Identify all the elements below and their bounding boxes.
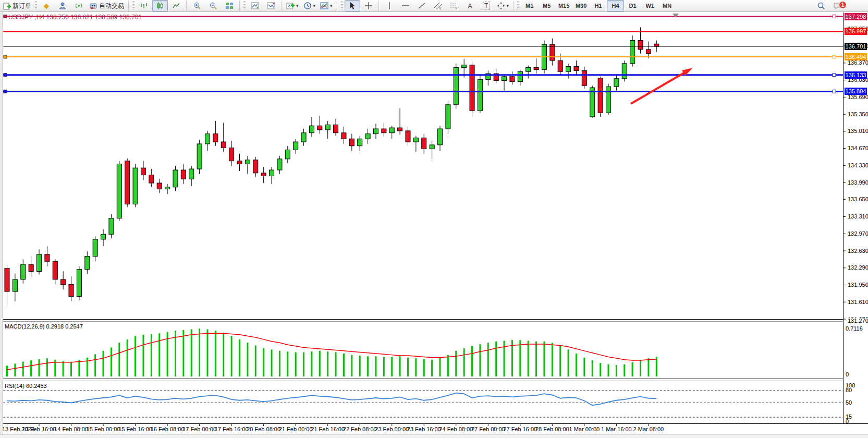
candle-body: [582, 70, 586, 86]
candle-body: [133, 168, 138, 204]
horizontal-line-icon: [401, 2, 410, 10]
time-axis-label: 15 Feb 16:00: [118, 426, 152, 432]
candle-body: [438, 129, 443, 145]
candle-body: [646, 50, 651, 54]
new-order-icon: [3, 2, 11, 10]
indicator-list-button[interactable]: [247, 0, 263, 11]
line-handle-left[interactable]: [4, 55, 7, 58]
zoom-in-button[interactable]: [189, 0, 205, 11]
line-handle-right[interactable]: [833, 90, 836, 93]
candle-body: [270, 170, 274, 176]
zoom-out-button[interactable]: [205, 0, 221, 11]
line-chart-button[interactable]: [168, 0, 184, 11]
candle-body: [614, 79, 619, 87]
candle-body: [245, 160, 250, 164]
vertical-line-tool[interactable]: [382, 0, 397, 11]
templates-button[interactable]: ▾: [318, 0, 335, 11]
tile-windows-button[interactable]: [222, 0, 237, 11]
rsi-line: [7, 393, 657, 406]
candle-body: [85, 257, 90, 270]
price-tick-label: 135.350: [848, 111, 868, 117]
candle-body: [422, 138, 426, 149]
time-axis-label: 28 Feb 08:00: [535, 426, 569, 432]
indicator-window-button[interactable]: [263, 0, 279, 11]
channel-tool[interactable]: E: [430, 0, 446, 11]
candle-body: [93, 239, 97, 257]
cursor-button[interactable]: [345, 0, 360, 11]
price-tick-label: 132.970: [848, 230, 868, 237]
charts-button[interactable]: ◆: [39, 0, 54, 11]
candle-body: [261, 173, 266, 176]
crosshair-button[interactable]: [361, 0, 376, 11]
timeframe-m5[interactable]: M5: [538, 0, 555, 11]
timeframe-mn[interactable]: MN: [658, 0, 676, 11]
chart-shift-marker[interactable]: [673, 14, 679, 18]
line-chart-icon: [172, 2, 180, 10]
rsi-scale-50: 50: [846, 399, 852, 406]
timeframe-h4[interactable]: H4: [607, 0, 624, 11]
candle-body: [61, 279, 66, 285]
candle-body: [502, 77, 507, 81]
auto-trading-button[interactable]: 自动交易: [87, 0, 126, 11]
time-axis-label: 24 Feb 08:00: [439, 426, 473, 432]
trendline-tool[interactable]: [414, 0, 430, 11]
candle-body: [382, 129, 386, 133]
bar-chart-button[interactable]: [136, 0, 152, 11]
timeframe-h1[interactable]: H1: [590, 0, 607, 11]
candlesticks[interactable]: [5, 27, 659, 305]
signal-button[interactable]: [71, 0, 87, 11]
periods-button[interactable]: ▾: [301, 0, 318, 11]
robot-icon: [89, 2, 97, 10]
time-axis-label: 17 Feb 16:00: [215, 426, 249, 432]
candle-body: [341, 133, 346, 139]
text-label-tool[interactable]: T: [479, 0, 494, 11]
candle-body: [101, 234, 106, 239]
toolbar-grip[interactable]: [243, 1, 246, 10]
candle-chart-button[interactable]: [152, 0, 168, 11]
price-tick-label: 132.290: [848, 264, 868, 271]
timeframe-w1[interactable]: W1: [641, 0, 658, 11]
chart-canvas[interactable]: [0, 0, 868, 438]
svg-text:F: F: [456, 6, 458, 10]
candle-body: [334, 125, 338, 132]
line-handle-right[interactable]: [833, 74, 836, 77]
candle-body: [165, 187, 170, 189]
candle-body: [654, 44, 659, 46]
line-handle-right[interactable]: [833, 55, 836, 58]
timeframe-d1[interactable]: D1: [624, 0, 641, 11]
toolbar-grip[interactable]: [35, 1, 37, 10]
time-axis-label: 21 Feb 16:00: [311, 426, 345, 432]
trendline-icon: [418, 2, 426, 10]
vertical-line-icon: [386, 2, 393, 10]
candle-body: [309, 126, 314, 132]
line-handle-left[interactable]: [4, 74, 7, 77]
timeframe-m1[interactable]: M1: [521, 0, 538, 11]
arrows-tool[interactable]: ▾: [495, 0, 511, 11]
toolbar-grip[interactable]: [517, 1, 519, 10]
profile-button[interactable]: [55, 0, 70, 11]
price-badge-137.298: 137.298: [845, 13, 867, 20]
notifications-button[interactable]: 1: [829, 0, 845, 11]
candle-body: [598, 78, 603, 113]
candle-body: [181, 170, 186, 179]
line-handle-left[interactable]: [4, 90, 7, 93]
timeframe-m15[interactable]: M15: [555, 0, 572, 11]
left-gutter: [0, 12, 3, 438]
line-handle-left[interactable]: [4, 15, 7, 18]
timeframe-m30[interactable]: M30: [572, 0, 590, 11]
new-order-button[interactable]: 新订单: [1, 0, 33, 11]
candle-body: [205, 134, 210, 144]
horizontal-line-tool[interactable]: [398, 0, 413, 11]
person-icon: [58, 2, 67, 10]
toolbar-grip[interactable]: [341, 1, 343, 10]
search-button[interactable]: [813, 0, 829, 11]
price-badge-136.133: 136.133: [845, 71, 867, 79]
line-handle-right[interactable]: [833, 15, 836, 18]
text-tool[interactable]: A: [462, 0, 478, 11]
add-indicator-button[interactable]: ▾: [284, 0, 301, 11]
toolbar-grip[interactable]: [132, 1, 135, 10]
candle-body: [189, 169, 194, 179]
fibonacci-tool[interactable]: F: [446, 0, 462, 11]
notification-badge: 1: [839, 1, 847, 9]
candle-body: [638, 41, 643, 50]
